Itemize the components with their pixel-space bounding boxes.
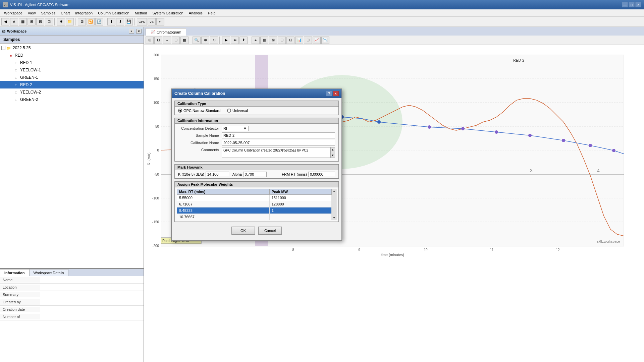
chart-tab-bar: 📈 Chromatogram xyxy=(144,27,644,36)
tree-node-GREEN-2[interactable]: □ GREEN-2 xyxy=(0,96,144,103)
comments-scroll-down-icon[interactable]: ▼ xyxy=(331,154,334,157)
chart-tb-btn-13[interactable]: ▦ xyxy=(260,37,268,44)
table-scroll-down-icon[interactable]: ▼ xyxy=(333,216,335,219)
chart-tb-btn-7[interactable]: ⊕ xyxy=(201,37,209,44)
chart-tb-btn-17[interactable]: 📊 xyxy=(295,37,303,44)
chart-tb-btn-15[interactable]: ⊟ xyxy=(278,37,286,44)
menu-view[interactable]: View xyxy=(25,10,39,16)
menu-method[interactable]: Method xyxy=(132,10,150,16)
tb-btn-1[interactable]: ◀ xyxy=(1,18,9,25)
tb-btn-3[interactable]: ▦ xyxy=(19,18,27,25)
menu-chart[interactable]: Chart xyxy=(58,10,72,16)
tree-node-root[interactable]: − 📁 2022.5.25 xyxy=(0,44,144,52)
ok-button[interactable]: OK xyxy=(231,227,255,235)
tb-btn-13[interactable]: ⬇ xyxy=(116,18,124,25)
chart-tb-btn-3[interactable]: ↔ xyxy=(163,37,171,44)
workspace-close-button[interactable]: × xyxy=(129,29,134,34)
window-controls: — □ × xyxy=(622,2,641,7)
mark-houwink-section: Mark Houwink K ((10e-5) dL/g) Alpha xyxy=(174,164,339,179)
chart-tb-btn-1[interactable]: ⊞ xyxy=(146,37,154,44)
tree-node-RED-2[interactable]: □ RED-2 xyxy=(0,81,144,88)
peak-mw-row-2[interactable]: 8.48333 1 xyxy=(177,207,332,214)
peak-mw-row-1[interactable]: 6.71667 128800 xyxy=(177,201,332,207)
k-field: K ((10e-5) dL/g) xyxy=(178,172,229,177)
minimize-button[interactable]: — xyxy=(622,2,628,7)
chart-tb-btn-8[interactable]: ⊖ xyxy=(210,37,218,44)
menu-system-calibration[interactable]: System Calibration xyxy=(150,10,186,16)
menu-integration[interactable]: Integration xyxy=(72,10,95,16)
chart-tb-btn-2[interactable]: ⊟ xyxy=(154,37,162,44)
workspace-pin-button[interactable]: × xyxy=(136,29,142,34)
tb-btn-11[interactable]: 🔃 xyxy=(95,18,103,25)
chart-tb-btn-6[interactable]: 🔍 xyxy=(193,37,201,44)
tab-chromatogram[interactable]: 📈 Chromatogram xyxy=(146,28,186,36)
comments-scroll-up-icon[interactable]: ▲ xyxy=(331,148,334,151)
peak-mw-row-3[interactable]: 10.76667 xyxy=(177,214,332,220)
menu-column-calibration[interactable]: Column Calibration xyxy=(95,10,132,16)
peak-mw-2: 1 xyxy=(269,207,331,214)
radio-universal-circle xyxy=(227,109,231,113)
menu-samples[interactable]: Samples xyxy=(38,10,58,16)
menu-analysis[interactable]: Analysis xyxy=(186,10,205,16)
tab-workspace-details[interactable]: Workspace Details xyxy=(29,269,69,276)
info-tab-bar: Information Workspace Details xyxy=(0,269,144,276)
calibration-type-section: Calibration Type GPC Narrow Standard Uni… xyxy=(174,101,339,115)
tb-btn-6[interactable]: ⊡ xyxy=(45,18,53,25)
table-scroll-up-icon[interactable]: ▲ xyxy=(333,190,335,193)
concentration-detector-dropdown[interactable]: RI ▼ xyxy=(222,126,249,131)
expand-icon-root[interactable]: − xyxy=(1,46,5,50)
radio-gpc-narrow[interactable]: GPC Narrow Standard xyxy=(178,109,220,113)
dialog-help-button[interactable]: ? xyxy=(326,91,332,96)
tb-btn-vs[interactable]: VS xyxy=(148,18,156,25)
workspace-header: 🗂 Workspace × × xyxy=(0,27,144,36)
chart-tb-btn-19[interactable]: 📈 xyxy=(313,37,321,44)
peak-mw-row-0[interactable]: 5.55000 1511000 xyxy=(177,195,332,201)
tab-information[interactable]: Information xyxy=(0,269,29,276)
radio-universal[interactable]: Universal xyxy=(227,109,248,113)
menu-workspace[interactable]: Workspace xyxy=(1,10,25,16)
info-label-creation-date: Creation date xyxy=(0,307,40,312)
tb-btn-12[interactable]: ⬆ xyxy=(107,18,115,25)
chart-tb-btn-4[interactable]: ⊡ xyxy=(172,37,180,44)
info-row-name: Name xyxy=(0,276,144,284)
samples-header: Samples xyxy=(0,36,144,44)
tb-btn-gpc[interactable]: GPC xyxy=(137,18,147,25)
svg-text:time (minutes): time (minutes) xyxy=(381,253,404,257)
tree-node-YEELOW-1[interactable]: □ YEELOW-1 xyxy=(0,66,144,74)
chart-tb-btn-12[interactable]: + xyxy=(252,37,260,44)
chart-tb-btn-9[interactable]: ▶ xyxy=(222,37,230,44)
chart-tb-btn-10[interactable]: ⬅ xyxy=(231,37,239,44)
cancel-button[interactable]: Cancel xyxy=(258,227,282,235)
close-button[interactable]: × xyxy=(635,2,641,7)
menu-help[interactable]: Help xyxy=(205,10,218,16)
tree-node-RED-1[interactable]: □ RED-1 xyxy=(0,59,144,66)
tb-btn-8[interactable]: 📁 xyxy=(66,18,74,25)
svg-text:9: 9 xyxy=(358,248,360,252)
chart-tb-btn-20[interactable]: 📉 xyxy=(321,37,329,44)
tb-btn-2[interactable]: A xyxy=(10,18,18,25)
calibration-name-input[interactable] xyxy=(222,140,335,146)
chart-tb-btn-16[interactable]: ⊡ xyxy=(286,37,294,44)
tb-btn-ri[interactable]: ↩ xyxy=(156,18,164,25)
tb-btn-10[interactable]: 🔁 xyxy=(87,18,95,25)
tree-node-YEELOW-2[interactable]: □ YEELOW-2 xyxy=(0,88,144,96)
chart-tb-btn-5[interactable]: ▦ xyxy=(180,37,189,44)
tb-btn-14[interactable]: 💾 xyxy=(125,18,133,25)
alpha-input[interactable] xyxy=(243,172,267,177)
comments-value[interactable]: GPC Column Calibration created 2022年5月25… xyxy=(222,147,330,158)
table-scrollbar[interactable]: ▲ ▼ xyxy=(332,189,336,220)
maximize-button[interactable]: □ xyxy=(629,2,635,7)
tb-btn-5[interactable]: ⊟ xyxy=(36,18,44,25)
frm-rt-input[interactable] xyxy=(308,172,335,177)
chart-tb-btn-14[interactable]: ⊠ xyxy=(269,37,277,44)
tree-node-RED[interactable]: ■ RED xyxy=(0,52,144,59)
tb-btn-9[interactable]: ⊠ xyxy=(78,18,86,25)
samples-label: Samples xyxy=(3,37,20,42)
chart-tb-btn-18[interactable]: ⊞ xyxy=(304,37,312,44)
tb-btn-7[interactable]: ✱ xyxy=(57,18,65,25)
chart-tb-btn-11[interactable]: ⬆ xyxy=(239,37,248,44)
tree-node-GREEN-1[interactable]: □ GREEN-1 xyxy=(0,74,144,81)
dialog-close-button[interactable]: × xyxy=(333,91,339,96)
k-input[interactable] xyxy=(206,172,229,177)
tb-btn-4[interactable]: ⊞ xyxy=(28,18,36,25)
